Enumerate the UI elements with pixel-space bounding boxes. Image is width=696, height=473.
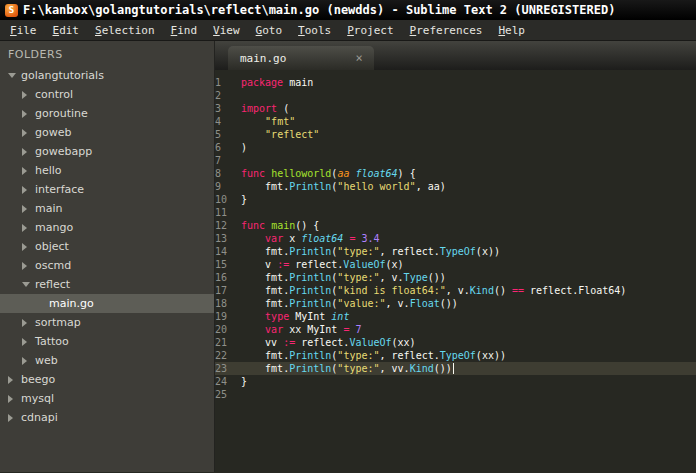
chevron-right-icon[interactable]: [22, 148, 27, 156]
sidebar-item-sortmap[interactable]: sortmap: [0, 313, 214, 332]
code-token: () {: [295, 220, 319, 231]
chevron-right-icon[interactable]: [22, 357, 27, 365]
line-number: 13: [215, 232, 241, 245]
sidebar-item-golangtutorials[interactable]: golangtutorials: [0, 66, 214, 85]
code-line-21[interactable]: 21 vv := reflect.ValueOf(xx): [215, 336, 696, 349]
menu-item-tools[interactable]: Tools: [290, 22, 339, 39]
folder-tree: golangtutorialscontrolgoroutinegowebgowe…: [0, 66, 214, 427]
line-number: 10: [215, 193, 241, 206]
menu-item-goto[interactable]: Goto: [248, 22, 291, 39]
sidebar-item-interface[interactable]: interface: [0, 180, 214, 199]
code-token: ): [241, 142, 247, 153]
chevron-right-icon[interactable]: [8, 414, 13, 422]
code-line-16[interactable]: 16 fmt.Println("type:", v.Type()): [215, 271, 696, 284]
chevron-down-icon[interactable]: [22, 282, 30, 287]
tab-main-go[interactable]: main.go ×: [228, 46, 374, 70]
code-line-7[interactable]: 7: [215, 154, 696, 167]
code-line-8[interactable]: 8func helloworld(aa float64) {: [215, 167, 696, 180]
menu-item-project[interactable]: Project: [339, 22, 401, 39]
code-line-3[interactable]: 3import (: [215, 102, 696, 115]
code-token: import: [241, 103, 277, 114]
code-line-12[interactable]: 12func main() {: [215, 219, 696, 232]
chevron-right-icon[interactable]: [22, 243, 27, 251]
sidebar-item-beego[interactable]: beego: [0, 370, 214, 389]
chevron-right-icon[interactable]: [22, 262, 27, 270]
line-number: 3: [215, 102, 241, 115]
code-line-22[interactable]: 22 fmt.Println("type:", reflect.TypeOf(x…: [215, 349, 696, 362]
sidebar-item-cdnapi[interactable]: cdnapi: [0, 408, 214, 427]
menu-item-selection[interactable]: Selection: [87, 22, 163, 39]
menu-item-file[interactable]: File: [2, 22, 45, 39]
sidebar-item-goweb[interactable]: goweb: [0, 123, 214, 142]
sidebar-item-web[interactable]: web: [0, 351, 214, 370]
code-line-4[interactable]: 4 "fmt": [215, 115, 696, 128]
code-line-6[interactable]: 6): [215, 141, 696, 154]
code-line-20[interactable]: 20 var xx MyInt = 7: [215, 323, 696, 336]
code-token: "type:": [337, 350, 379, 361]
sidebar-item-object[interactable]: object: [0, 237, 214, 256]
code-token: , v.: [380, 272, 404, 283]
code-line-14[interactable]: 14 fmt.Println("type:", reflect.TypeOf(x…: [215, 245, 696, 258]
menu-item-preferences[interactable]: Preferences: [402, 22, 491, 39]
menu-item-edit[interactable]: Edit: [45, 22, 88, 39]
chevron-down-icon[interactable]: [8, 73, 16, 78]
sidebar-item-reflect[interactable]: reflect: [0, 275, 214, 294]
sidebar-item-goroutine[interactable]: goroutine: [0, 104, 214, 123]
sidebar-item-main-go[interactable]: main.go: [0, 294, 214, 313]
chevron-right-icon[interactable]: [22, 129, 27, 137]
code-token: fmt.: [241, 363, 289, 374]
code-token: 3.4: [361, 233, 379, 244]
menu-item-find[interactable]: Find: [163, 22, 206, 39]
tree-item-label: sortmap: [35, 316, 81, 329]
tree-item-label: oscmd: [35, 259, 71, 272]
chevron-right-icon[interactable]: [22, 205, 27, 213]
sidebar-item-gowebapp[interactable]: gowebapp: [0, 142, 214, 161]
code-line-2[interactable]: 2: [215, 89, 696, 102]
code-line-25[interactable]: 25: [215, 388, 696, 401]
title-bar[interactable]: S F:\kanbox\golangtutorials\reflect\main…: [0, 0, 696, 20]
chevron-right-icon[interactable]: [22, 319, 27, 327]
code-token: "value:": [337, 298, 385, 309]
code-token: float64: [301, 233, 343, 244]
tree-item-label: interface: [35, 183, 84, 196]
chevron-right-icon[interactable]: [22, 186, 27, 194]
code-area[interactable]: 1package main23import (4 "fmt"5 "reflect…: [215, 70, 696, 472]
tree-arrow-slot: [8, 395, 21, 403]
menu-item-help[interactable]: Help: [490, 22, 533, 39]
sidebar-item-control[interactable]: control: [0, 85, 214, 104]
code-line-9[interactable]: 9 fmt.Println("hello world", aa): [215, 180, 696, 193]
close-icon[interactable]: ×: [352, 51, 366, 65]
chevron-right-icon[interactable]: [22, 167, 27, 175]
chevron-right-icon[interactable]: [22, 338, 27, 346]
code-line-18[interactable]: 18 fmt.Println("value:", v.Float()): [215, 297, 696, 310]
code-line-19[interactable]: 19 type MyInt int: [215, 310, 696, 323]
code-line-1[interactable]: 1package main: [215, 76, 696, 89]
sidebar-item-oscmd[interactable]: oscmd: [0, 256, 214, 275]
code-text: fmt.Println("kind is float64:", v.Kind()…: [241, 284, 626, 297]
code-line-11[interactable]: 11: [215, 206, 696, 219]
window-title: F:\kanbox\golangtutorials\reflect\main.g…: [23, 3, 615, 17]
sidebar-item-mango[interactable]: mango: [0, 218, 214, 237]
code-line-13[interactable]: 13 var x float64 = 3.4: [215, 232, 696, 245]
chevron-right-icon[interactable]: [22, 91, 27, 99]
chevron-right-icon[interactable]: [8, 395, 13, 403]
tree-item-label: mysql: [21, 392, 54, 405]
sidebar-item-mysql[interactable]: mysql: [0, 389, 214, 408]
code-line-24[interactable]: 24}: [215, 375, 696, 388]
chevron-right-icon[interactable]: [22, 224, 27, 232]
code-line-10[interactable]: 10}: [215, 193, 696, 206]
code-line-5[interactable]: 5 "reflect": [215, 128, 696, 141]
chevron-right-icon[interactable]: [22, 110, 27, 118]
menu-item-view[interactable]: View: [205, 22, 248, 39]
line-number: 14: [215, 245, 241, 258]
code-line-17[interactable]: 17 fmt.Println("kind is float64:", v.Kin…: [215, 284, 696, 297]
code-token: , v.: [446, 285, 470, 296]
sidebar-item-hello[interactable]: hello: [0, 161, 214, 180]
tree-arrow-slot: [22, 91, 35, 99]
code-line-23[interactable]: 23 fmt.Println("type:", vv.Kind()): [215, 362, 696, 375]
chevron-right-icon[interactable]: [8, 376, 13, 384]
code-token: "reflect": [265, 129, 319, 140]
sidebar-item-main[interactable]: main: [0, 199, 214, 218]
code-line-15[interactable]: 15 v := reflect.ValueOf(x): [215, 258, 696, 271]
sidebar-item-tattoo[interactable]: Tattoo: [0, 332, 214, 351]
